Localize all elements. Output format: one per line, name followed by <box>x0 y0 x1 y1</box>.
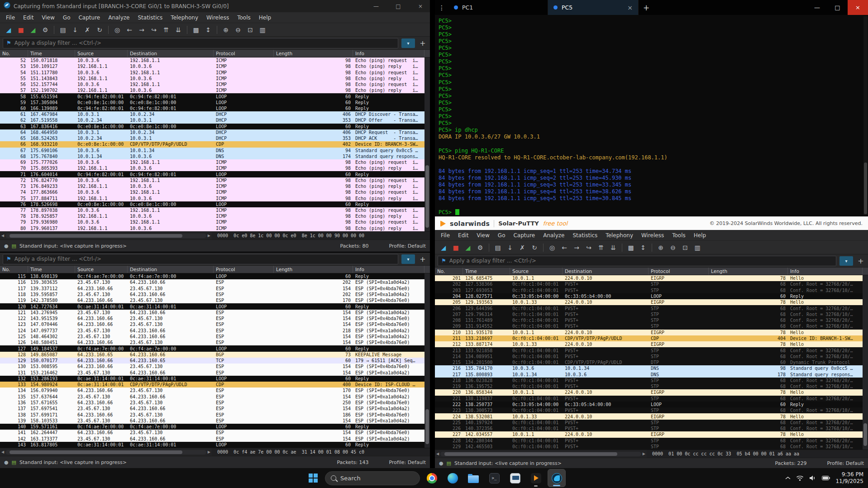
packet-row[interactable]: 211133.2186970c:f0:c1:04:00:01CDP/VTP/DT… <box>435 335 863 341</box>
expert-info-icon[interactable]: ● <box>4 243 9 249</box>
packet-row[interactable]: 122143.95153964.233.160.6623.45.67.130ES… <box>0 316 424 321</box>
packet-row[interactable]: 75177.884711192.168.1.110.0.3.6ICMP98Ech… <box>0 195 424 201</box>
capture-file-icon[interactable]: ▤ <box>447 460 451 466</box>
column-header-info[interactable]: Info <box>353 266 424 273</box>
scrollbar-thumb[interactable] <box>863 423 867 446</box>
start-capture-icon[interactable]: ◢ <box>3 24 14 35</box>
filter-apply-dropdown-icon[interactable]: ▾ <box>401 254 415 264</box>
scrollbar-thumb[interactable] <box>425 409 429 444</box>
packet-row[interactable]: 218136.0238280c:f0:c1:04:00:01PVST+STP68… <box>435 378 863 383</box>
scroll-right-icon[interactable]: ▶ <box>208 234 210 238</box>
open-file-icon[interactable]: ▤ <box>57 24 69 35</box>
filter-add-button[interactable]: + <box>418 39 427 48</box>
filter-bookmark-icon[interactable]: ⚑ <box>6 40 11 46</box>
horizontal-scrollbar[interactable]: ◀ ▶ <box>0 232 212 239</box>
packet-row[interactable]: 209131.9145520c:f0:c1:04:00:01PVST+STP68… <box>435 323 863 329</box>
packet-row[interactable]: 210131.93517810.0.1.1224.0.0.10EIGRP78He… <box>435 330 863 335</box>
column-header-length[interactable]: Length <box>274 50 353 57</box>
zoom-reset-icon[interactable]: ⊡ <box>679 242 691 253</box>
packet-row[interactable]: 126148.58045164.233.160.6623.45.67.130ES… <box>0 340 424 345</box>
packet-row[interactable]: 132153.2861930c:ae:31:14:00:010c:ae:31:1… <box>0 376 424 382</box>
packet-row[interactable]: 80179.960137192.168.1.110.0.3.6ICMP98Ech… <box>0 225 424 231</box>
save-file-icon[interactable]: ↓ <box>69 24 81 35</box>
column-header-source[interactable]: Source <box>75 266 128 273</box>
go-first-icon[interactable]: ⇈ <box>595 242 607 253</box>
packet-row[interactable]: 76178.5266980c:e0:8e:1c:00:000c:e0:8e:1c… <box>0 201 424 207</box>
column-header-time[interactable]: Time <box>28 266 75 273</box>
new-tab-button[interactable]: + <box>639 0 654 15</box>
packet-row[interactable]: 142163.17337723.45.67.13064.233.160.66ES… <box>0 436 424 442</box>
column-header-protocol[interactable]: Protocol <box>214 50 274 57</box>
packet-row[interactable]: 224138.53208110.0.1.33224.0.0.10EIGRP78H… <box>435 413 863 419</box>
column-header-protocol[interactable]: Protocol <box>649 268 709 275</box>
packet-row[interactable]: 73176.849233192.168.1.110.0.3.6ICMP98Ech… <box>0 183 424 189</box>
horizontal-scrollbar[interactable]: ◀ ▶ <box>0 448 212 456</box>
packet-row[interactable]: 204128.0275710c:33:05:b4:00:000c:33:05:b… <box>435 293 863 299</box>
wifi-icon[interactable] <box>796 475 804 481</box>
packet-row[interactable]: 74177.86366610.0.3.6192.168.1.1ICMP98Ech… <box>0 189 424 195</box>
volume-icon[interactable] <box>809 475 816 481</box>
menu-tools[interactable]: Tools <box>668 232 690 239</box>
display-filter-input[interactable]: ⚑ Apply a display filter ... <Ctrl-/> <box>3 254 398 264</box>
menu-view[interactable]: View <box>38 14 58 21</box>
packet-row[interactable]: 229142.4655030c:f0:c1:04:00:01PVST+STP68… <box>435 444 863 450</box>
packet-row[interactable]: 223138.3005730c:f0:c1:04:00:01PVST+STP68… <box>435 407 863 413</box>
packet-row[interactable]: 63167.8364160c:e0:8e:1c:00:000c:e0:8e:1c… <box>0 124 424 129</box>
packet-row[interactable]: 140159.5711610c:f4:ae:7e:00:000c:f4:ae:7… <box>0 424 424 430</box>
zoom-out-icon[interactable]: ⊖ <box>232 24 244 35</box>
zoom-in-icon[interactable]: ⊕ <box>220 24 232 35</box>
taskbar-chrome-button[interactable] <box>423 469 441 487</box>
scroll-right-icon[interactable]: ▶ <box>208 450 210 454</box>
capture-file-icon[interactable]: ▤ <box>12 459 16 465</box>
go-back-icon[interactable]: ← <box>124 24 135 35</box>
menu-statistics[interactable]: Statistics <box>568 232 601 239</box>
minimize-icon[interactable]: — <box>367 0 386 12</box>
resize-columns-icon[interactable]: ▥ <box>257 24 268 35</box>
vertical-scrollbar[interactable] <box>424 273 430 448</box>
search-input[interactable]: Search <box>325 471 420 485</box>
packet-row[interactable]: 202127.5383660c:f0:c1:04:00:01PVST+STP68… <box>435 281 863 287</box>
tray-chevron-up-icon[interactable] <box>785 476 791 480</box>
scroll-left-icon[interactable]: ◀ <box>436 452 439 456</box>
packet-row[interactable]: 221138.1198370c:f0:c1:04:00:01PVST+STP68… <box>435 396 863 402</box>
column-header-protocol[interactable]: Protocol <box>214 266 274 273</box>
packet-row[interactable]: 65168.52426310.0.2.3410.0.3.1DHCP353DHCP… <box>0 135 424 141</box>
stop-capture-icon[interactable]: ■ <box>450 242 462 253</box>
capture-file-icon[interactable]: ▤ <box>12 243 16 249</box>
column-header-source[interactable]: Source <box>75 50 128 57</box>
taskbar-terminal-button[interactable] <box>485 469 503 487</box>
menu-capture[interactable]: Capture <box>74 14 104 21</box>
menu-analyze[interactable]: Analyze <box>104 14 134 21</box>
menu-help[interactable]: Help <box>690 232 710 239</box>
packet-row[interactable]: 217135.80089310.0.1.3410.0.3.6DNS178Stan… <box>435 372 863 378</box>
packet-row[interactable]: 136157.67165564.233.160.6623.45.67.130ES… <box>0 400 424 406</box>
menu-edit[interactable]: Edit <box>19 14 38 21</box>
menu-kebab-icon[interactable]: ⋮ <box>435 4 448 11</box>
go-first-icon[interactable]: ⇈ <box>160 24 172 35</box>
taskbar-putty-button[interactable] <box>506 469 524 487</box>
menu-view[interactable]: View <box>472 232 493 239</box>
terminal-output[interactable]: PC5>PC5>PC5>PC5>PC5>PC5>PC5>PC5>PC5>PC5>… <box>435 15 868 216</box>
packet-row[interactable]: 219136.1957520c:f0:c1:04:00:01PVST+STP68… <box>435 383 863 389</box>
packet-row[interactable]: 208131.7614890c:f0:c1:04:00:01PVST+STP68… <box>435 317 863 323</box>
packet-row[interactable]: 115138.6981390c:f4:ae:7e:00:000c:f4:ae:7… <box>0 273 424 279</box>
close-icon[interactable]: × <box>411 0 430 12</box>
column-header-info[interactable]: Info <box>353 50 424 57</box>
packet-row[interactable]: 57152.190702192.168.1.110.0.3.6ICMP98Ech… <box>0 87 424 93</box>
expert-info-icon[interactable]: ● <box>439 460 444 466</box>
go-forward-icon[interactable]: → <box>571 242 582 253</box>
packet-row[interactable]: 69175.77702610.0.3.6192.168.1.1ICMP98Ech… <box>0 159 424 165</box>
menu-wireless[interactable]: Wireless <box>202 14 233 21</box>
start-button[interactable] <box>304 469 322 487</box>
menu-analyze[interactable]: Analyze <box>539 232 568 239</box>
colorize-icon[interactable]: ▩ <box>625 242 637 253</box>
menu-go[interactable]: Go <box>494 232 510 239</box>
packet-row[interactable]: 124147.09773723.45.67.13064.233.160.66ES… <box>0 328 424 334</box>
packet-row[interactable]: 133154.9809240c:ae:31:14:00:01CDP/VTP/DT… <box>0 382 424 388</box>
column-header-source[interactable]: Source <box>510 268 563 275</box>
packet-row[interactable]: 78178.925857192.168.1.110.0.3.6ICMP98Ech… <box>0 213 424 219</box>
restart-capture-icon[interactable]: ◢ <box>27 24 39 35</box>
packet-row[interactable]: 127149.1845370c:f4:ae:7e:00:000c:f4:ae:7… <box>0 345 424 351</box>
column-header-destination[interactable]: Destination <box>563 268 649 275</box>
packet-row[interactable]: 135157.63764423.45.67.13064.233.160.66ES… <box>0 394 424 400</box>
